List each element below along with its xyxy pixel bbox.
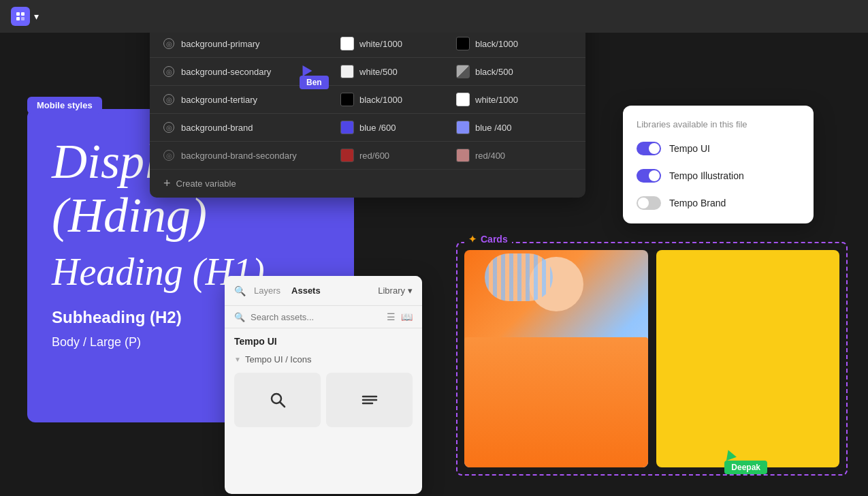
library-dropdown-label: Library	[378, 285, 405, 296]
logo-icon	[11, 7, 30, 26]
library-toggle-tempo-brand[interactable]	[637, 196, 661, 210]
light-swatch	[340, 37, 354, 50]
cards-star-icon: ✦	[468, 234, 477, 245]
dark-swatch	[456, 37, 470, 50]
libraries-title: Libraries available in this file	[637, 119, 800, 129]
var-icon	[163, 122, 174, 133]
collapse-icon: ▼	[234, 356, 241, 363]
library-item[interactable]: Tempo Brand	[637, 196, 800, 210]
light-swatch	[340, 65, 354, 78]
search-input[interactable]	[251, 312, 381, 322]
assets-section: Tempo UI	[225, 328, 422, 350]
top-bar-dropdown[interactable]: ▾	[34, 11, 39, 22]
assets-section-title: Tempo UI	[234, 336, 277, 347]
assets-panel: 🔍 Layers Assets Library ▾ 🔍 ☰ 📖 Tempo UI…	[225, 276, 422, 494]
cursor-deepak-label: Deepak	[724, 461, 767, 474]
var-dark-value: black/1000	[456, 37, 572, 50]
library-name-tempo-illustration: Tempo Illustration	[669, 170, 744, 181]
table-row[interactable]: background-tertiary black/1000 white/100…	[150, 86, 585, 114]
var-light-value: red/600	[340, 149, 456, 162]
cards-section: ✦ Cards	[456, 242, 848, 476]
var-name: background-tertiary	[163, 94, 340, 105]
tab-layers[interactable]: Layers	[251, 284, 283, 297]
var-dark-value: red/400	[456, 149, 572, 162]
cards-label-text: Cards	[481, 234, 508, 245]
var-name: background-primary	[163, 38, 340, 49]
view-icons: ☰ 📖	[387, 311, 413, 322]
asset-icon-menu[interactable]	[326, 373, 413, 427]
asset-icon-search[interactable]	[234, 373, 321, 427]
library-toggle-tempo-ui[interactable]	[637, 142, 661, 155]
plus-icon: +	[163, 176, 171, 191]
dark-swatch	[456, 93, 470, 106]
dropdown-chevron-icon: ▾	[408, 285, 413, 296]
light-swatch	[340, 93, 354, 106]
create-variable-label: Create variable	[176, 179, 236, 189]
card-item-yellow[interactable]	[656, 250, 840, 467]
library-item[interactable]: Tempo UI	[637, 142, 800, 155]
cursor-ben: Ben	[300, 65, 329, 89]
assets-icons-grid	[225, 367, 422, 433]
card-item-person[interactable]	[464, 250, 648, 467]
cards-grid	[464, 250, 839, 467]
card-image-person	[464, 250, 648, 467]
table-row[interactable]: background-primary white/1000 black/1000	[150, 30, 585, 58]
dark-swatch	[456, 65, 470, 78]
svg-rect-1	[21, 12, 25, 16]
svg-rect-3	[21, 17, 25, 20]
cards-label: ✦ Cards	[464, 234, 512, 245]
dark-swatch	[456, 121, 470, 134]
cursor-deepak-arrow-icon	[723, 448, 737, 461]
var-dark-value: black/500	[456, 65, 572, 78]
var-light-value: blue /600	[340, 121, 456, 134]
assets-panel-header: 🔍 Layers Assets Library ▾	[225, 276, 422, 306]
var-light-value: white/500	[340, 65, 456, 78]
var-icon	[163, 94, 174, 105]
search-icon-small: 🔍	[234, 312, 245, 322]
table-row[interactable]: background-secondary white/500 black/500	[150, 58, 585, 86]
svg-line-5	[280, 402, 285, 407]
dark-swatch	[456, 149, 470, 162]
card-image-yellow	[656, 250, 840, 467]
library-name-tempo-ui: Tempo UI	[669, 143, 710, 154]
assets-subsection[interactable]: ▼ Tempo UI / Icons	[225, 350, 422, 367]
library-dropdown[interactable]: Library ▾	[378, 285, 413, 296]
var-icon	[163, 66, 174, 77]
var-name: background-brand-secondary	[163, 150, 340, 161]
table-row[interactable]: background-brand blue /600 blue /400	[150, 114, 585, 142]
library-toggle-tempo-illustration[interactable]	[637, 169, 661, 183]
var-icon	[163, 150, 174, 161]
cursor-deepak: Deepak	[724, 450, 767, 474]
library-item[interactable]: Tempo Illustration	[637, 169, 800, 183]
assets-search-row: 🔍 ☰ 📖	[225, 306, 422, 328]
cursor-ben-label: Ben	[300, 76, 329, 89]
var-icon	[163, 38, 174, 49]
mobile-styles-badge: Mobile styles	[27, 97, 102, 114]
top-bar: ▾	[0, 0, 868, 33]
search-icon: 🔍	[234, 285, 246, 296]
libraries-panel: Libraries available in this file Tempo U…	[623, 106, 814, 223]
var-name: background-brand	[163, 122, 340, 133]
logo[interactable]: ▾	[11, 7, 39, 26]
grid-view-icon[interactable]: ☰	[387, 311, 396, 322]
var-dark-value: blue /400	[456, 121, 572, 134]
book-icon[interactable]: 📖	[401, 311, 413, 322]
var-light-value: black/1000	[340, 93, 456, 106]
assets-subsection-label: Tempo UI / Icons	[245, 354, 312, 365]
svg-rect-2	[16, 17, 20, 20]
tab-assets[interactable]: Assets	[289, 284, 323, 297]
library-name-tempo-brand: Tempo Brand	[669, 198, 726, 208]
create-variable-row[interactable]: + Create variable	[150, 170, 585, 198]
table-row[interactable]: background-brand-secondary red/600 red/4…	[150, 142, 585, 170]
light-swatch	[340, 149, 354, 162]
cursor-arrow-icon	[298, 63, 312, 76]
light-swatch	[340, 121, 354, 134]
var-dark-value: white/1000	[456, 93, 572, 106]
var-light-value: white/1000	[340, 37, 456, 50]
svg-rect-0	[16, 12, 20, 16]
